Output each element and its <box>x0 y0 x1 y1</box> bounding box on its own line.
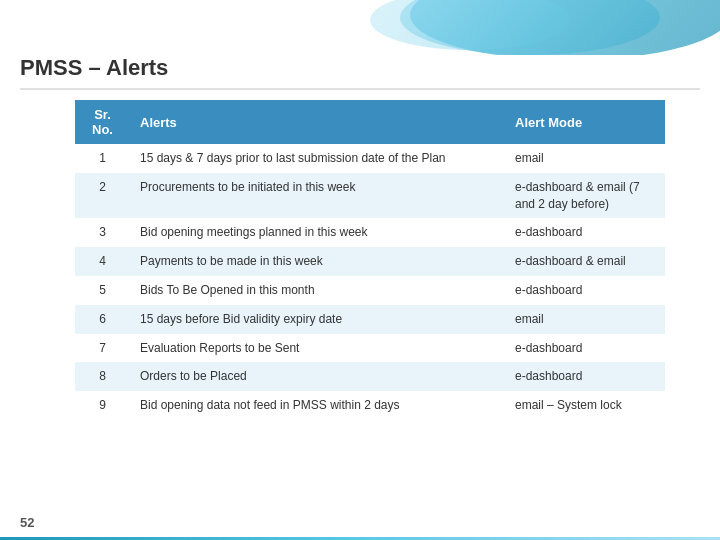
cell-alert: Evaluation Reports to be Sent <box>130 334 505 363</box>
cell-sr: 1 <box>75 144 130 173</box>
cell-alert: Bids To Be Opened in this month <box>130 276 505 305</box>
table-row: 3Bid opening meetings planned in this we… <box>75 218 665 247</box>
cell-mode: email <box>505 305 665 334</box>
cell-mode: e-dashboard & email (7 and 2 day before) <box>505 173 665 219</box>
cell-alert: Bid opening meetings planned in this wee… <box>130 218 505 247</box>
cell-sr: 2 <box>75 173 130 219</box>
cell-sr: 7 <box>75 334 130 363</box>
cell-alert: 15 days before Bid validity expiry date <box>130 305 505 334</box>
cell-mode: e-dashboard <box>505 334 665 363</box>
title-divider <box>20 88 700 90</box>
cell-mode: e-dashboard <box>505 276 665 305</box>
cell-alert: 15 days & 7 days prior to last submissio… <box>130 144 505 173</box>
page-number: 52 <box>20 515 34 530</box>
col-header-mode: Alert Mode <box>505 100 665 144</box>
table-row: 2Procurements to be initiated in this we… <box>75 173 665 219</box>
cell-alert: Procurements to be initiated in this wee… <box>130 173 505 219</box>
table-row: 5Bids To Be Opened in this monthe-dashbo… <box>75 276 665 305</box>
cell-mode: email – System lock <box>505 391 665 420</box>
cell-sr: 9 <box>75 391 130 420</box>
table-row: 7Evaluation Reports to be Sente-dashboar… <box>75 334 665 363</box>
cell-alert: Payments to be made in this week <box>130 247 505 276</box>
cell-alert: Orders to be Placed <box>130 362 505 391</box>
cell-sr: 4 <box>75 247 130 276</box>
col-header-sr: Sr. No. <box>75 100 130 144</box>
table-row: 615 days before Bid validity expiry date… <box>75 305 665 334</box>
cell-mode: e-dashboard & email <box>505 247 665 276</box>
table-row: 4Payments to be made in this weeke-dashb… <box>75 247 665 276</box>
cell-alert: Bid opening data not feed in PMSS within… <box>130 391 505 420</box>
cell-mode: email <box>505 144 665 173</box>
table-header-row: Sr. No. Alerts Alert Mode <box>75 100 665 144</box>
cell-mode: e-dashboard <box>505 362 665 391</box>
table-row: 8Orders to be Placede-dashboard <box>75 362 665 391</box>
col-header-alerts: Alerts <box>130 100 505 144</box>
alerts-table-container: Sr. No. Alerts Alert Mode 115 days & 7 d… <box>75 100 665 420</box>
table-row: 9Bid opening data not feed in PMSS withi… <box>75 391 665 420</box>
alerts-table: Sr. No. Alerts Alert Mode 115 days & 7 d… <box>75 100 665 420</box>
table-row: 115 days & 7 days prior to last submissi… <box>75 144 665 173</box>
page-title: PMSS – Alerts <box>20 55 168 81</box>
cell-sr: 5 <box>75 276 130 305</box>
cell-mode: e-dashboard <box>505 218 665 247</box>
cell-sr: 6 <box>75 305 130 334</box>
cell-sr: 3 <box>75 218 130 247</box>
top-banner <box>0 0 720 55</box>
cell-sr: 8 <box>75 362 130 391</box>
